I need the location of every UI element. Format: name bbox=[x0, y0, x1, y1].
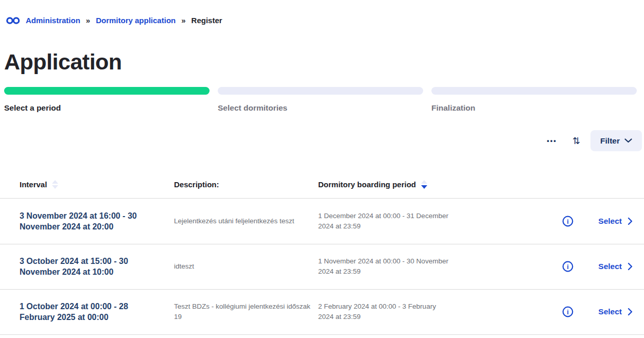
svg-text:i: i bbox=[567, 309, 568, 316]
boarding-period-cell: 2 February 2024 at 00:00 - 3 February 20… bbox=[318, 301, 451, 323]
glasses-logo-icon bbox=[6, 15, 20, 25]
step-label: Finalization bbox=[431, 103, 637, 113]
select-button-label: Select bbox=[598, 262, 622, 271]
breadcrumb-administration[interactable]: Administration bbox=[26, 16, 80, 25]
periods-table: Interval Description: Dormitory boarding… bbox=[0, 171, 644, 335]
select-button-label: Select bbox=[598, 307, 622, 316]
stepper: Select a period Select dormitories Final… bbox=[4, 87, 637, 113]
step-progress-bar-inactive bbox=[431, 87, 637, 95]
column-header-interval[interactable]: Interval bbox=[20, 180, 174, 189]
description-cell: idteszt bbox=[174, 261, 312, 272]
select-button-label: Select bbox=[598, 217, 622, 226]
breadcrumb-register: Register bbox=[192, 16, 222, 25]
info-icon[interactable]: i bbox=[562, 306, 574, 318]
table-row: 1 October 2024 at 00:00 - 28 February 20… bbox=[0, 289, 644, 335]
step-progress-bar-active bbox=[4, 87, 210, 95]
chevron-right-icon bbox=[628, 308, 633, 316]
info-icon[interactable]: i bbox=[562, 215, 574, 227]
description-cell: Lejelentkezés utáni feljelentkezés teszt bbox=[174, 216, 312, 226]
more-options-icon[interactable]: ••• bbox=[547, 137, 557, 144]
sort-descending-icon bbox=[421, 180, 427, 189]
step-progress-bar-inactive bbox=[218, 87, 423, 95]
breadcrumb-separator: » bbox=[181, 16, 185, 25]
filter-button-label: Filter bbox=[600, 136, 620, 146]
column-header-label: Dormitory boarding period bbox=[318, 180, 416, 189]
step-label: Select a period bbox=[4, 103, 210, 113]
application-page: Administration » Dormitory application »… bbox=[0, 0, 644, 338]
step-label: Select dormitories bbox=[218, 103, 423, 113]
boarding-period-cell: 1 December 2024 at 00:00 - 31 December 2… bbox=[318, 211, 451, 232]
page-title: Application bbox=[4, 49, 122, 75]
boarding-period-cell: 1 November 2024 at 00:00 - 30 November 2… bbox=[318, 256, 451, 277]
interval-cell: 3 October 2024 at 15:00 - 30 November 20… bbox=[20, 256, 163, 277]
column-header-label: Description: bbox=[174, 180, 219, 189]
sort-unsorted-icon bbox=[52, 180, 58, 189]
select-button[interactable]: Select bbox=[578, 217, 635, 226]
description-cell: Teszt BDZs - kollégiumi jelentkezési idő… bbox=[174, 301, 312, 323]
select-button[interactable]: Select bbox=[578, 307, 635, 316]
breadcrumb-separator: » bbox=[86, 16, 90, 25]
chevron-right-icon bbox=[628, 217, 633, 225]
table-row: 3 October 2024 at 15:00 - 30 November 20… bbox=[0, 244, 644, 290]
breadcrumb: Administration » Dormitory application »… bbox=[6, 15, 222, 25]
svg-text:i: i bbox=[567, 218, 568, 225]
breadcrumb-dormitory-application[interactable]: Dormitory application bbox=[96, 16, 176, 25]
interval-cell: 1 October 2024 at 00:00 - 28 February 20… bbox=[20, 301, 163, 323]
table-row: 3 November 2024 at 16:00 - 30 November 2… bbox=[0, 198, 644, 244]
step-select-period: Select a period bbox=[4, 87, 210, 113]
chevron-down-icon bbox=[624, 138, 632, 143]
select-button[interactable]: Select bbox=[578, 262, 635, 271]
column-header-boarding-period[interactable]: Dormitory boarding period bbox=[318, 180, 453, 189]
sort-arrows-icon[interactable]: ⇅ bbox=[572, 136, 580, 146]
chevron-right-icon bbox=[628, 262, 633, 271]
info-icon[interactable]: i bbox=[562, 260, 574, 273]
column-header-label: Interval bbox=[20, 180, 47, 189]
step-select-dormitories: Select dormitories bbox=[218, 87, 423, 113]
table-header-row: Interval Description: Dormitory boarding… bbox=[0, 171, 644, 198]
filter-button[interactable]: Filter bbox=[590, 130, 642, 151]
svg-text:i: i bbox=[567, 263, 568, 271]
step-finalization: Finalization bbox=[431, 87, 637, 113]
table-toolbar: ••• ⇅ Filter bbox=[547, 130, 642, 151]
column-header-description: Description: bbox=[174, 180, 318, 189]
interval-cell: 3 November 2024 at 16:00 - 30 November 2… bbox=[20, 210, 163, 232]
